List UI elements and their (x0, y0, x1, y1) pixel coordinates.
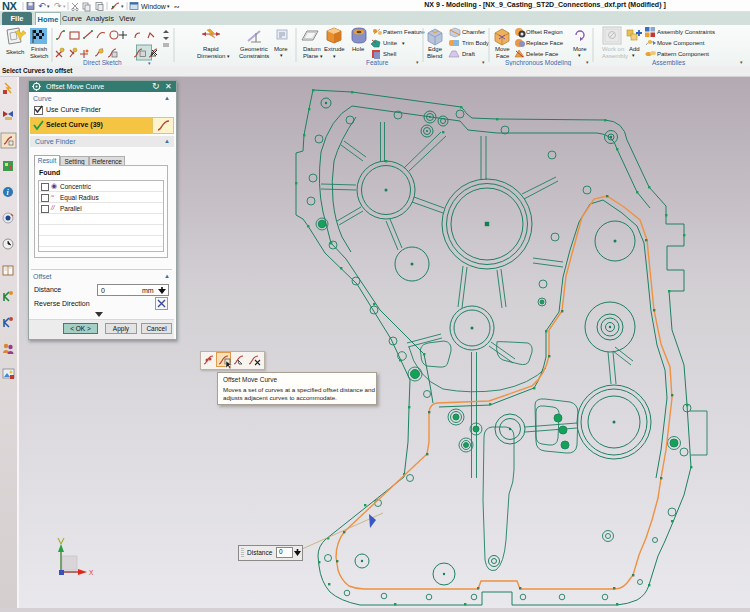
svg-text:▾: ▾ (740, 59, 743, 65)
svg-text:▾: ▾ (632, 52, 635, 58)
svg-text:↷: ↷ (54, 1, 62, 11)
svg-text:▾: ▾ (416, 59, 419, 65)
svg-text:Hole: Hole (352, 46, 365, 52)
svg-text:Assembly: Assembly (602, 53, 628, 59)
svg-text:Work on: Work on (602, 46, 624, 52)
svg-text:Chamfer: Chamfer (462, 29, 485, 35)
svg-text:▾: ▾ (121, 3, 124, 9)
svg-text:▾: ▾ (333, 53, 336, 59)
svg-text:Window: Window (141, 3, 167, 10)
svg-text:Pattern Component: Pattern Component (657, 51, 709, 57)
svg-text:↶: ↶ (38, 1, 46, 11)
svg-text:Trim Body: Trim Body (462, 40, 489, 46)
svg-text:Finish: Finish (31, 46, 47, 52)
svg-text:Rapid: Rapid (203, 46, 219, 52)
svg-text:▾: ▾ (167, 3, 170, 9)
svg-text:Extrude: Extrude (324, 46, 345, 52)
svg-text:Feature: Feature (366, 59, 389, 66)
svg-text:▾: ▾ (402, 40, 405, 46)
svg-text:Plane: Plane (303, 53, 319, 59)
svg-text:∾: ∾ (174, 3, 180, 10)
svg-text:Offset Region: Offset Region (526, 29, 563, 35)
svg-text:NX: NX (2, 0, 17, 12)
svg-text:Pattern Feature: Pattern Feature (383, 29, 425, 35)
svg-text:▾: ▾ (47, 3, 50, 9)
svg-text:Replace Face: Replace Face (526, 40, 564, 46)
svg-text:▾: ▾ (586, 59, 589, 65)
svg-text:Move Component: Move Component (657, 40, 705, 46)
svg-text:Synchronous Modeling: Synchronous Modeling (505, 59, 572, 67)
svg-text:Shell: Shell (383, 51, 396, 57)
svg-text:Edge: Edge (428, 46, 443, 52)
svg-text:Blend: Blend (427, 53, 442, 59)
svg-text:Constraints: Constraints (239, 53, 269, 59)
svg-text:Sketch: Sketch (30, 53, 48, 59)
svg-text:▾: ▾ (227, 53, 230, 59)
svg-text:Unite: Unite (383, 40, 398, 46)
svg-text:Delete Face: Delete Face (526, 51, 559, 57)
svg-text:Datum: Datum (303, 46, 321, 52)
svg-text:Sketch: Sketch (6, 49, 24, 55)
svg-text:▾: ▾ (320, 53, 323, 59)
svg-text:Dimension: Dimension (197, 53, 225, 59)
svg-text:Direct Sketch: Direct Sketch (83, 59, 122, 66)
svg-text:Assemblies: Assemblies (652, 59, 686, 66)
svg-text:▾: ▾ (280, 52, 283, 58)
svg-text:Geometric: Geometric (240, 46, 268, 52)
svg-text:Assembly Constraints: Assembly Constraints (657, 29, 715, 35)
svg-text:Draft: Draft (462, 51, 475, 57)
svg-text:▾: ▾ (63, 3, 66, 9)
svg-text:Move: Move (495, 46, 510, 52)
svg-text:X: X (89, 569, 94, 576)
svg-text:▾: ▾ (578, 52, 581, 58)
svg-text:▾: ▾ (482, 59, 485, 65)
